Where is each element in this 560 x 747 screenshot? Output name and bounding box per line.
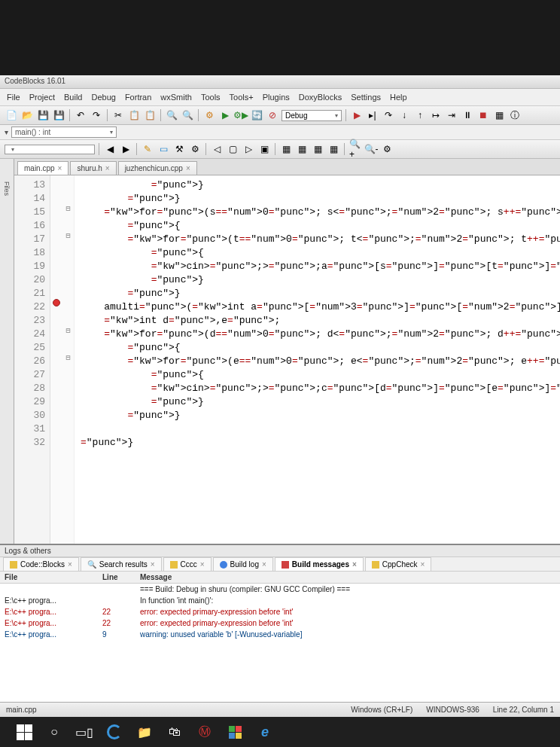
- log-tab-search[interactable]: 🔍Search results×: [81, 557, 162, 571]
- doxy4-icon[interactable]: ▦: [327, 142, 340, 156]
- abort-icon[interactable]: ⊘: [266, 108, 279, 122]
- side-tab-files[interactable]: Files: [0, 174, 14, 203]
- doxy3-icon[interactable]: ▦: [311, 142, 324, 156]
- info-icon[interactable]: ⓘ: [508, 108, 522, 122]
- log-tab-buildlog[interactable]: Build log×: [213, 557, 273, 571]
- log-tab-cccc[interactable]: Cccc×: [163, 557, 212, 571]
- next-instr-icon[interactable]: ↦: [429, 108, 443, 122]
- close-icon[interactable]: ×: [421, 560, 425, 569]
- menu-help[interactable]: Help: [388, 91, 409, 103]
- close-icon[interactable]: ×: [151, 560, 155, 569]
- menu-plugins[interactable]: Plugins: [260, 91, 292, 103]
- menu-doxyblocks[interactable]: DoxyBlocks: [297, 91, 344, 103]
- find-icon[interactable]: 🔍: [165, 108, 178, 122]
- log-row[interactable]: E:\c++ progra...22error: expected primar…: [0, 606, 560, 617]
- tab-juzhenchicun-cpp[interactable]: juzhenchicun.cpp ×: [118, 161, 197, 175]
- step-out-icon[interactable]: ↑: [413, 108, 427, 122]
- forward-icon[interactable]: ▶: [119, 142, 132, 156]
- zoom-in-icon[interactable]: 🔍+: [348, 142, 362, 156]
- empty-combo[interactable]: [5, 145, 95, 154]
- tool2-icon[interactable]: ⚙: [188, 142, 202, 156]
- run-icon[interactable]: ▶: [218, 108, 232, 122]
- redo-icon[interactable]: ↷: [90, 108, 103, 122]
- fold-margin[interactable]: ⊟⊟⊟⊟: [62, 175, 75, 544]
- debug-windows-icon[interactable]: ▦: [492, 108, 506, 122]
- settings-icon[interactable]: ⚙: [380, 142, 394, 156]
- select-icon[interactable]: ▭: [157, 142, 170, 156]
- highlight-icon[interactable]: ✎: [141, 142, 154, 156]
- run-to-cursor-icon[interactable]: ▸|: [366, 108, 379, 122]
- edge-icon[interactable]: [105, 723, 123, 741]
- rebuild-icon[interactable]: 🔄: [250, 108, 263, 122]
- log-row[interactable]: === Build: Debug in shuru (compiler: GNU…: [0, 584, 560, 595]
- stop-debug-icon[interactable]: ⏹: [476, 108, 490, 122]
- new-file-icon[interactable]: 📄: [5, 108, 18, 122]
- close-icon[interactable]: ×: [262, 560, 266, 569]
- debug-start-icon[interactable]: ▶: [350, 108, 364, 122]
- menu-wxsmith[interactable]: wxSmith: [158, 91, 194, 103]
- save-icon[interactable]: 💾: [36, 108, 50, 122]
- breakpoint-margin[interactable]: [50, 175, 62, 544]
- build-target-combo[interactable]: Debug: [282, 110, 342, 121]
- menu-build[interactable]: Build: [62, 91, 84, 103]
- log-row[interactable]: E:\c++ progra...22error: expected primar…: [0, 617, 560, 629]
- zoom-out-icon[interactable]: 🔍-: [364, 142, 378, 156]
- toggle-bookmark-icon[interactable]: ▢: [226, 142, 239, 156]
- prev-bookmark-icon[interactable]: ◁: [210, 142, 224, 156]
- close-icon[interactable]: ×: [58, 164, 62, 172]
- close-icon[interactable]: ×: [352, 560, 357, 569]
- back-icon[interactable]: ◀: [103, 142, 117, 156]
- undo-icon[interactable]: ↶: [74, 108, 87, 122]
- code-editor[interactable]: 1314151617181920212223242526272829303132…: [14, 175, 560, 544]
- close-icon[interactable]: ×: [200, 560, 205, 569]
- build-icon[interactable]: ⚙: [202, 108, 216, 122]
- step-into-icon[interactable]: ↓: [397, 108, 411, 122]
- menu-settings[interactable]: Settings: [348, 91, 383, 103]
- close-icon[interactable]: ×: [105, 164, 110, 172]
- breakpoint-icon[interactable]: [53, 299, 60, 306]
- copy-icon[interactable]: 📋: [127, 108, 141, 122]
- doxy1-icon[interactable]: ▦: [279, 142, 293, 156]
- col-message[interactable]: Message: [135, 572, 560, 583]
- log-tab-buildmsg[interactable]: Build messages×: [275, 557, 364, 571]
- store-icon[interactable]: 🛍: [166, 723, 184, 741]
- scope-combo[interactable]: main() : int: [11, 127, 117, 138]
- folder-icon[interactable]: 📁: [135, 723, 154, 741]
- log-tab-cppcheck[interactable]: CppCheck×: [365, 557, 432, 571]
- log-tab-codeblocks[interactable]: Code::Blocks×: [3, 557, 79, 571]
- start-button[interactable]: [15, 723, 33, 741]
- build-run-icon[interactable]: ⚙▶: [234, 108, 248, 122]
- col-file[interactable]: File: [0, 572, 98, 583]
- menu-tools[interactable]: Tools: [199, 91, 223, 103]
- code-lines[interactable]: ="punc">} ="punc">} ="kw">for="punc">(s=…: [75, 175, 560, 544]
- close-icon[interactable]: ×: [68, 560, 72, 569]
- ie-icon[interactable]: e: [256, 723, 274, 741]
- save-all-icon[interactable]: 💾: [52, 108, 65, 122]
- menu-file[interactable]: File: [5, 91, 23, 103]
- log-row[interactable]: E:\c++ progra...In function 'int main()'…: [0, 595, 560, 606]
- tab-main-cpp[interactable]: main.cpp ×: [17, 161, 68, 175]
- menu-toolsplus[interactable]: Tools+: [227, 91, 256, 103]
- break-icon[interactable]: ⏸: [461, 108, 474, 122]
- step-instr-icon[interactable]: ⇥: [445, 108, 458, 122]
- open-icon[interactable]: 📂: [20, 108, 34, 122]
- next-bookmark-icon[interactable]: ▷: [242, 142, 255, 156]
- tab-shuru-h[interactable]: shuru.h ×: [70, 161, 116, 175]
- menu-fortran[interactable]: Fortran: [123, 91, 154, 103]
- col-line[interactable]: Line: [98, 572, 135, 583]
- cortana-icon[interactable]: ○: [45, 723, 63, 741]
- close-icon[interactable]: ×: [186, 164, 190, 172]
- clear-bookmark-icon[interactable]: ▣: [257, 142, 271, 156]
- menu-project[interactable]: Project: [27, 91, 57, 103]
- next-line-icon[interactable]: ↷: [382, 108, 395, 122]
- tool-icon[interactable]: ⚒: [172, 142, 186, 156]
- paste-icon[interactable]: 📋: [143, 108, 157, 122]
- task-view-icon[interactable]: ▭▯: [75, 723, 93, 741]
- replace-icon[interactable]: 🔍: [181, 108, 194, 122]
- mcafee-icon[interactable]: Ⓜ: [196, 723, 214, 741]
- log-row[interactable]: E:\c++ progra...9warning: unused variabl…: [0, 629, 560, 640]
- menu-debug[interactable]: Debug: [89, 91, 117, 103]
- cut-icon[interactable]: ✂: [111, 108, 125, 122]
- doxy2-icon[interactable]: ▦: [295, 142, 309, 156]
- codeblocks-icon[interactable]: [226, 723, 244, 741]
